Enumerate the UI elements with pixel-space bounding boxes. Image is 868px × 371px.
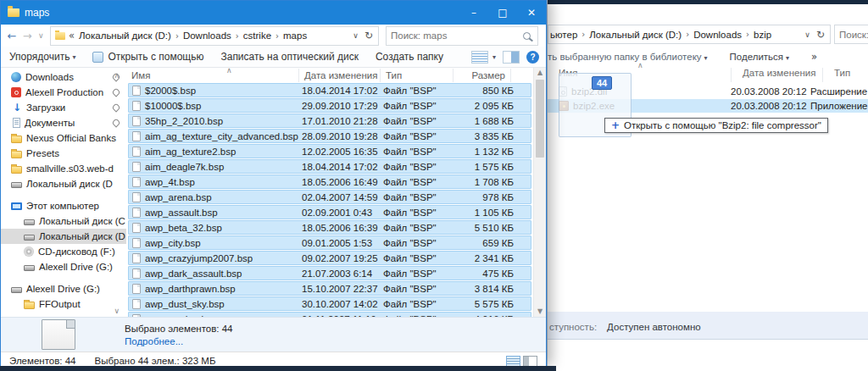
sidebar-item[interactable]: Alexell Production <box>1 85 126 100</box>
search-box[interactable] <box>386 26 538 46</box>
column-header[interactable]: Дата изменения <box>732 68 823 82</box>
scroll-down-icon[interactable]: ▼ <box>534 307 546 317</box>
details-view-icon[interactable] <box>506 356 520 367</box>
table-row[interactable]: aim_ag_texture2.bsp 12.02.2005 16:35 Фай… <box>128 144 531 158</box>
search-input[interactable] <box>387 30 521 41</box>
background-window-top-edge <box>548 0 868 4</box>
search-input[interactable] <box>835 30 868 40</box>
sidebar-item[interactable]: CD-дисковод (F:) <box>1 244 126 259</box>
table-row[interactable]: awp_arena.bsp 02.04.2007 14:59 Файл "BSP… <box>128 190 531 204</box>
desktop: ьютер › Локальный диск (D:) › Downloads … <box>0 0 868 371</box>
table-row[interactable]: awp_assault.bsp 02.09.2001 0:43 Файл "BS… <box>128 205 531 219</box>
sidebar-item[interactable]: Downloads <box>1 69 126 85</box>
breadcrumb-segment[interactable]: maps <box>281 30 309 41</box>
more-commands-button[interactable]: » <box>811 51 817 63</box>
folder-icon <box>11 136 22 143</box>
sidebar-item[interactable]: FFOutput <box>1 296 126 312</box>
change-view-icon[interactable] <box>471 51 488 64</box>
show-more-link[interactable]: Подробнее... <box>125 336 232 346</box>
share-button[interactable]: Поделиться▾ <box>730 52 790 62</box>
sidebar-item[interactable]: Этот компьютер <box>1 198 126 213</box>
back-navbar: ьютер › Локальный диск (D:) › Downloads … <box>548 25 868 44</box>
breadcrumb-segment[interactable]: Downloads <box>181 30 233 41</box>
sort-ascending-icon: ∧ <box>226 68 232 75</box>
bsp-file-icon <box>132 269 141 279</box>
search-box[interactable] <box>834 25 868 44</box>
down-arrow-icon <box>11 102 22 113</box>
sidebar-item[interactable]: Локальный диск (D <box>1 176 126 191</box>
column-header[interactable]: Дата изменения <box>299 69 381 82</box>
refresh-icon[interactable]: ↻ <box>816 29 825 41</box>
sidebar-item[interactable]: Локальный диск (C <box>1 213 126 229</box>
add-to-library-button[interactable]: ть выбранную папку в библиотеку▾ <box>548 52 708 62</box>
breadcrumb-collapse-icon[interactable]: « <box>69 30 75 42</box>
chevron-right-icon: › <box>175 31 179 41</box>
preview-pane-icon[interactable] <box>503 51 520 64</box>
window-body: ∧ Downloads Alexell Production <box>1 68 546 317</box>
sidebar-item[interactable]: Документы <box>1 115 126 130</box>
help-icon[interactable]: ? <box>526 51 539 64</box>
sidebar-scroll-down-icon[interactable]: ∨ <box>114 307 120 315</box>
bsp-file-icon <box>132 177 141 187</box>
organize-button[interactable]: Упорядочить▾ <box>9 51 75 63</box>
forward-button[interactable]: → <box>23 30 32 42</box>
vertical-scrollbar[interactable]: ▲ ▼ <box>533 68 546 317</box>
table-row[interactable]: awp_dust_sky.bsp 30.10.2007 14:02 Файл "… <box>128 296 531 311</box>
breadcrumb[interactable]: ьютер › Локальный диск (D:) › Downloads … <box>548 25 831 44</box>
table-row[interactable]: awp_beta_32.bsp 18.05.2006 16:39 Файл "B… <box>128 220 531 235</box>
maximize-button[interactable]: □ <box>488 1 517 25</box>
items-count: Элементов: 44 <box>9 356 75 366</box>
sidebar-item[interactable]: smallville.s03.web-d <box>1 161 126 176</box>
folder-icon <box>24 302 35 309</box>
table-row[interactable]: awp_crazyjump2007.bsp 09.02.2007 19:25 Ф… <box>128 251 531 265</box>
close-button[interactable]: ✕ <box>517 1 546 25</box>
address-dropdown-icon[interactable]: ∨ <box>804 30 810 39</box>
chevron-down-icon[interactable]: ▾ <box>492 53 496 61</box>
new-folder-button[interactable]: Создать папку <box>376 51 443 63</box>
back-button[interactable]: ← <box>7 30 16 42</box>
table-row[interactable]: awp_darthprawn.bsp 15.10.2007 22:37 Файл… <box>128 281 531 296</box>
breadcrumb-segment[interactable]: Локальный диск (D:) <box>77 30 173 41</box>
history-dropdown-icon[interactable]: ∨ <box>38 31 44 40</box>
breadcrumb-segment[interactable]: Локальный диск (D:) <box>587 30 683 40</box>
table-row[interactable]: 35hp_2_2010.bsp 17.01.2010 21:28 Файл "B… <box>128 114 531 128</box>
burn-button[interactable]: Записать на оптический диск <box>220 51 359 63</box>
breadcrumb[interactable]: « Локальный диск (D:) › Downloads › <box>50 26 379 46</box>
multi-file-icon <box>42 319 75 350</box>
sidebar-item[interactable]: Nexus Official Banks <box>1 130 126 146</box>
open-with-button[interactable]: Открыть с помощью <box>92 51 203 63</box>
minimize-button[interactable]: – <box>459 1 488 25</box>
column-header[interactable]: Размер <box>453 69 511 82</box>
sidebar-item[interactable]: Alexell Drive (G:) <box>1 281 126 296</box>
table-row[interactable]: aim_ag_texture_city_advanced.bsp 28.09.2… <box>128 129 531 143</box>
table-row[interactable]: awp_4t.bsp 18.05.2006 16:49 Файл "BSP" 1… <box>128 174 531 189</box>
column-header[interactable]: Тип <box>381 69 453 82</box>
scroll-up-icon[interactable]: ▲ <box>534 68 546 78</box>
title-bar[interactable]: maps – □ ✕ <box>1 1 546 25</box>
refresh-icon[interactable]: ↻ <box>364 30 373 42</box>
nav-arrows: ← → ∨ <box>1 30 50 42</box>
table-row[interactable]: $10000$.bsp 29.09.2010 17:29 Файл "BSP" … <box>128 98 531 113</box>
table-row[interactable]: $2000$.bsp 18.04.2014 17:02 Файл "BSP" 8… <box>128 83 531 97</box>
thumbnails-view-icon[interactable] <box>523 356 537 367</box>
sidebar-item[interactable]: Локальный диск (D <box>1 229 126 244</box>
table-row[interactable]: aim_deagle7k.bsp 18.04.2014 17:02 Файл "… <box>128 159 531 174</box>
sidebar-item[interactable]: Presets <box>1 146 126 161</box>
address-dropdown-icon[interactable]: ∨ <box>353 31 359 40</box>
breadcrumb-segment[interactable]: bzip <box>752 30 773 40</box>
breadcrumb-segment[interactable]: cstrike <box>242 30 273 41</box>
scrollbar-thumb[interactable] <box>536 80 544 158</box>
column-header[interactable]: Имя <box>126 69 299 82</box>
drop-tooltip: + Открыть с помощью "Bzip2: file compres… <box>604 118 828 133</box>
column-header[interactable]: Тип <box>823 68 868 82</box>
explorer-window-maps: maps – □ ✕ ← → ∨ « Локальный диск <box>0 0 547 366</box>
bsp-file-icon <box>132 131 141 141</box>
breadcrumb-segment[interactable]: Downloads <box>692 30 743 40</box>
bsp-file-icon <box>132 147 141 157</box>
chevron-down-icon: ▾ <box>704 54 708 62</box>
sidebar-item[interactable]: Alexell Drive (G:) <box>1 259 126 274</box>
breadcrumb-clipped-segment[interactable]: ьютер <box>548 30 579 40</box>
sidebar-item[interactable]: Загрузки <box>1 100 126 115</box>
table-row[interactable]: awp_city.bsp 09.01.2005 1:53 Файл "BSP" … <box>128 235 531 250</box>
table-row[interactable]: awp_dark_assault.bsp 21.07.2003 6:14 Фай… <box>128 266 531 280</box>
